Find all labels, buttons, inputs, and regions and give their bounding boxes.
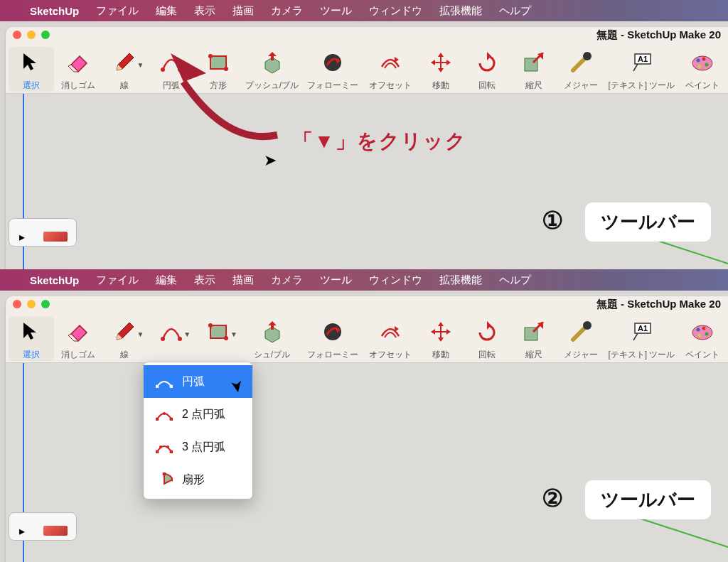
menu-draw[interactable]: 描画 — [232, 274, 254, 287]
annotation-number-2: ② — [542, 484, 563, 512]
chevron-down-icon: ▼ — [183, 330, 191, 338]
tool-paint[interactable]: ペイント — [680, 316, 725, 361]
chevron-down-icon: ▼ — [136, 61, 144, 69]
tool-rotate[interactable]: 回転 — [464, 47, 510, 92]
mac-menubar: SketchUp ファイル 編集 表示 描画 カメラ ツール ウィンドウ 拡張機… — [0, 269, 728, 291]
tool-followme[interactable]: フォローミー — [303, 316, 363, 361]
floating-palette[interactable] — [9, 218, 77, 247]
dropdown-item-3pt-arc[interactable]: 3 点円弧 — [144, 431, 252, 463]
dropdown-label: 円弧 — [182, 374, 205, 389]
annotation-text: 「▼」をクリック — [293, 128, 467, 155]
tool-paint[interactable]: ペイント — [680, 47, 725, 92]
toolbar: 選択 消しゴム ▼線 ▼ ▼ シュ/プル フォローミー オフセット 移動 回転 … — [6, 312, 728, 363]
tool-move[interactable]: 移動 — [418, 316, 464, 361]
arc-3pt-icon — [155, 439, 173, 455]
annotation-label-1: ツールバー — [585, 202, 711, 242]
annotation-number-1: ① — [542, 206, 563, 234]
tool-text[interactable]: [テキスト] ツール — [605, 47, 679, 92]
tool-offset[interactable]: オフセット — [364, 47, 417, 92]
menubar-app[interactable]: SketchUp — [30, 5, 79, 17]
menu-file[interactable]: ファイル — [96, 4, 139, 18]
tool-text[interactable]: [テキスト] ツール — [605, 316, 679, 361]
window-title: 無題 - SketchUp Make 20 — [596, 298, 721, 311]
tool-measure[interactable]: メジャー — [558, 316, 604, 361]
menu-window[interactable]: ウィンドウ — [369, 274, 422, 287]
menu-camera[interactable]: カメラ — [271, 4, 303, 18]
zoom-icon[interactable] — [41, 31, 50, 39]
tool-rect[interactable]: ▼ — [196, 316, 241, 349]
menu-view[interactable]: 表示 — [194, 274, 215, 287]
dropdown-label: 2 点円弧 — [182, 407, 225, 422]
panel-2: SketchUp ファイル 編集 表示 描画 カメラ ツール ウィンドウ 拡張機… — [0, 269, 728, 562]
tool-line[interactable]: ▼線 — [102, 47, 147, 92]
panel-1: SketchUp ファイル 編集 表示 描画 カメラ ツール ウィンドウ 拡張機… — [0, 0, 728, 269]
zoom-icon[interactable] — [41, 300, 50, 308]
menu-camera[interactable]: カメラ — [271, 274, 303, 287]
canvas[interactable] — [6, 363, 728, 562]
chevron-down-icon: ▼ — [136, 330, 144, 338]
annotation-arrow — [171, 53, 291, 153]
menu-edit[interactable]: 編集 — [156, 274, 177, 287]
menubar-app[interactable]: SketchUp — [30, 274, 79, 286]
tool-select[interactable]: 選択 — [9, 47, 54, 92]
mac-menubar: SketchUp ファイル 編集 表示 描画 カメラ ツール ウィンドウ 拡張機… — [0, 0, 728, 21]
tool-eraser[interactable]: 消しゴム — [55, 47, 101, 92]
menu-edit[interactable]: 編集 — [156, 4, 177, 18]
cursor-icon: ➤ — [264, 151, 277, 170]
menu-file[interactable]: ファイル — [96, 274, 139, 287]
tool-scale[interactable]: 縮尺 — [511, 316, 557, 361]
menu-help[interactable]: ヘルプ — [499, 274, 531, 287]
dropdown-label: 3 点円弧 — [182, 440, 225, 455]
tool-scale[interactable]: 縮尺 — [511, 47, 557, 92]
menu-tool[interactable]: ツール — [320, 4, 352, 18]
tool-measure[interactable]: メジャー — [558, 47, 604, 92]
green-axis — [633, 516, 728, 548]
floating-palette[interactable] — [9, 512, 77, 541]
titlebar: 無題 - SketchUp Make 20 — [6, 296, 728, 312]
arc-icon — [155, 374, 173, 389]
menu-draw[interactable]: 描画 — [232, 4, 254, 18]
dropdown-item-pie[interactable]: 扇形 — [144, 463, 252, 496]
chevron-down-icon: ▼ — [230, 330, 237, 338]
close-icon[interactable] — [13, 300, 21, 308]
arc-2pt-icon — [155, 406, 173, 422]
minimize-icon[interactable] — [27, 31, 36, 39]
tool-followme[interactable]: フォローミー — [303, 47, 363, 92]
tool-rotate[interactable]: 回転 — [464, 316, 510, 361]
menu-window[interactable]: ウィンドウ — [369, 4, 422, 18]
toolbar: 選択 消しゴム ▼線 ▼円弧 方形 プッシュ/プル フォローミー オフセット 移… — [6, 43, 728, 94]
menu-ext[interactable]: 拡張機能 — [439, 4, 482, 18]
menu-help[interactable]: ヘルプ — [499, 4, 531, 18]
annotation-label-2: ツールバー — [585, 480, 711, 519]
minimize-icon[interactable] — [27, 300, 36, 308]
tool-offset[interactable]: オフセット — [364, 316, 417, 361]
tool-arc[interactable]: ▼ — [149, 316, 194, 349]
titlebar: 無題 - SketchUp Make 20 — [6, 27, 728, 43]
menu-tool[interactable]: ツール — [320, 274, 352, 287]
app-window: 無題 - SketchUp Make 20 選択 消しゴム ▼線 ▼ ▼ シュ/… — [6, 296, 728, 562]
dropdown-label: 扇形 — [182, 472, 205, 487]
dropdown-item-2pt-arc[interactable]: 2 点円弧 — [144, 398, 252, 431]
tool-line[interactable]: ▼線 — [102, 316, 147, 361]
close-icon[interactable] — [13, 31, 21, 39]
menu-view[interactable]: 表示 — [194, 4, 215, 18]
menu-ext[interactable]: 拡張機能 — [439, 274, 482, 287]
tool-move[interactable]: 移動 — [418, 47, 464, 92]
window-title: 無題 - SketchUp Make 20 — [596, 28, 721, 42]
canvas[interactable] — [6, 94, 728, 269]
tool-select[interactable]: 選択 — [9, 316, 54, 361]
tool-pushpull[interactable]: シュ/プル — [242, 316, 302, 361]
tool-eraser[interactable]: 消しゴム — [55, 316, 101, 361]
pie-icon — [155, 472, 173, 487]
